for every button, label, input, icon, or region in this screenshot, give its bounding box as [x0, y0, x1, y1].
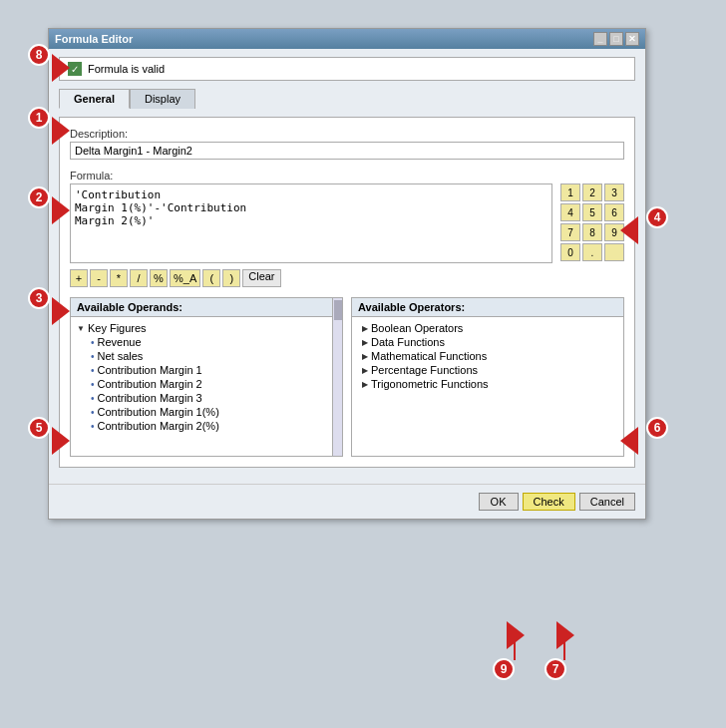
op-plus[interactable]: + [70, 269, 88, 287]
dialog-title: Formula Editor [55, 33, 133, 45]
bullet-icon: • [91, 393, 95, 404]
tree-data-label: Data Functions [371, 336, 445, 348]
badge-9: 9 [493, 658, 515, 680]
numpad-2[interactable]: 2 [582, 183, 602, 201]
numpad: 1 2 3 4 5 6 7 8 9 0 . [560, 183, 624, 261]
bullet-icon: • [91, 337, 95, 348]
tree-cm2-pct[interactable]: • Contribution Margin 2(%) [75, 419, 328, 433]
op-close-paren[interactable]: ) [222, 269, 240, 287]
clear-button[interactable]: Clear [242, 269, 280, 287]
badge-6: 6 [646, 417, 668, 439]
tree-boolean[interactable]: ▶ Boolean Operators [356, 321, 619, 335]
tab-content-general: Description: Formula: 'Contribution Marg… [59, 117, 635, 468]
op-percent[interactable]: % [150, 269, 168, 287]
tree-trig-label: Trigonometric Functions [371, 378, 489, 390]
tree-cm1-pct-label: Contribution Margin 1(%) [98, 406, 219, 418]
arrow-1 [52, 117, 70, 145]
numpad-4[interactable]: 4 [560, 203, 580, 221]
operands-content: ▼ Key Figures • Revenue • Net sales [71, 317, 332, 453]
numpad-5[interactable]: 5 [582, 203, 602, 221]
check-button[interactable]: Check [523, 493, 575, 511]
tree-cm3-label: Contribution Margin 3 [98, 392, 202, 404]
tree-revenue[interactable]: • Revenue [75, 335, 328, 349]
expand-icon: ▶ [362, 352, 368, 361]
operators-header: Available Operators: [352, 298, 623, 317]
dialog-body: ✓ Formula is valid General Display Descr… [49, 49, 645, 476]
tree-net-sales[interactable]: • Net sales [75, 349, 328, 363]
description-input[interactable] [70, 142, 624, 160]
op-percent-a[interactable]: %_A [170, 269, 200, 287]
tree-percentage[interactable]: ▶ Percentage Functions [356, 363, 619, 377]
tree-boolean-label: Boolean Operators [371, 322, 463, 334]
tree-data-functions[interactable]: ▶ Data Functions [356, 335, 619, 349]
expand-icon: ▶ [362, 380, 368, 389]
arrow-5 [52, 427, 70, 455]
close-button[interactable]: ✕ [625, 32, 639, 46]
numpad-8[interactable]: 8 [582, 223, 602, 241]
numpad-7[interactable]: 7 [560, 223, 580, 241]
badge-1: 1 [28, 107, 50, 129]
operands-header: Available Operands: [71, 298, 332, 317]
operands-scrollbar[interactable] [332, 298, 342, 456]
arrow-9 [507, 621, 525, 649]
cancel-button[interactable]: Cancel [579, 493, 635, 511]
bullet-icon: • [91, 365, 95, 376]
numpad-0[interactable]: 0 [560, 243, 580, 261]
tree-cm1-pct[interactable]: • Contribution Margin 1(%) [75, 405, 328, 419]
op-open-paren[interactable]: ( [202, 269, 220, 287]
tree-trig[interactable]: ▶ Trigonometric Functions [356, 377, 619, 391]
tree-cm2[interactable]: • Contribution Margin 2 [75, 377, 328, 391]
arrow-8 [52, 54, 70, 82]
formula-editor-dialog: Formula Editor _ □ ✕ ✓ Formula is valid … [48, 28, 646, 520]
bullet-icon: • [91, 421, 95, 432]
tree-net-sales-label: Net sales [98, 350, 144, 362]
operator-row: + - * / % %_A ( ) Clear [70, 269, 624, 287]
op-divide[interactable]: / [130, 269, 148, 287]
formula-textarea[interactable]: 'Contribution Margin 1(%)'-'Contribution… [70, 183, 552, 263]
dialog-titlebar: Formula Editor _ □ ✕ [49, 29, 645, 49]
tree-key-figures[interactable]: ▼ Key Figures [75, 321, 328, 335]
bullet-icon: • [91, 407, 95, 418]
minimize-button[interactable]: _ [593, 32, 607, 46]
bullet-icon: • [91, 379, 95, 390]
op-minus[interactable]: - [90, 269, 108, 287]
description-label: Description: [70, 128, 624, 140]
tree-math[interactable]: ▶ Mathematical Functions [356, 349, 619, 363]
badge-4: 4 [646, 206, 668, 228]
numpad-3[interactable]: 3 [604, 183, 624, 201]
arrow-6 [620, 427, 638, 455]
op-multiply[interactable]: * [110, 269, 128, 287]
badge-8: 8 [28, 44, 50, 66]
restore-button[interactable]: □ [609, 32, 623, 46]
tree-cm1[interactable]: • Contribution Margin 1 [75, 363, 328, 377]
formula-label: Formula: [70, 170, 624, 182]
titlebar-buttons: _ □ ✕ [593, 32, 639, 46]
numpad-dot[interactable]: . [582, 243, 602, 261]
bullet-icon: • [91, 351, 95, 362]
badge-7: 7 [544, 658, 566, 680]
operands-panel: Available Operands: ▼ Key Figures • Reve… [70, 297, 343, 457]
ok-button[interactable]: OK [479, 493, 519, 511]
tabs: General Display [59, 89, 635, 109]
bottom-bar: OK Check Cancel [49, 484, 645, 519]
expand-icon: ▶ [362, 324, 368, 333]
arrow-7 [556, 621, 574, 649]
valid-message: Formula is valid [88, 63, 165, 75]
check-icon: ✓ [68, 62, 82, 76]
arrow-4 [620, 216, 638, 244]
operators-panel: Available Operators: ▶ Boolean Operators… [351, 297, 624, 457]
tree-math-label: Mathematical Functions [371, 350, 487, 362]
tab-general[interactable]: General [59, 89, 130, 109]
arrow-3 [52, 297, 70, 325]
expand-icon: ▶ [362, 366, 368, 375]
tree-cm3[interactable]: • Contribution Margin 3 [75, 391, 328, 405]
operators-content: ▶ Boolean Operators ▶ Data Functions ▶ M… [352, 317, 623, 453]
tree-key-figures-label: Key Figures [88, 322, 147, 334]
valid-formula-bar: ✓ Formula is valid [59, 57, 635, 81]
operands-panel-inner: Available Operands: ▼ Key Figures • Reve… [71, 298, 332, 456]
badge-3: 3 [28, 287, 50, 309]
badge-2: 2 [28, 186, 50, 208]
tab-display[interactable]: Display [130, 89, 195, 109]
numpad-1[interactable]: 1 [560, 183, 580, 201]
badge-5: 5 [28, 417, 50, 439]
